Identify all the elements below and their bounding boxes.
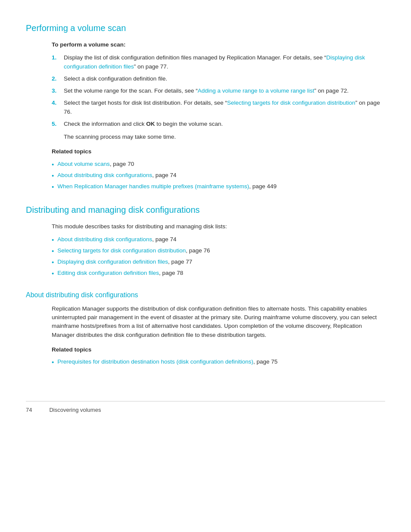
step-1: 1. Display the list of disk configuratio… bbox=[52, 53, 385, 71]
link-adding-volume-range[interactable]: Adding a volume range to a volume range … bbox=[198, 87, 314, 94]
step-num-1: 1. bbox=[52, 53, 61, 62]
procedure-label: To perform a volume scan: bbox=[52, 40, 385, 49]
step-4-text: Select the target hosts for disk list di… bbox=[64, 99, 385, 116]
step-num-3: 3. bbox=[52, 87, 61, 95]
link-selecting-targets-2[interactable]: Selecting targets for disk configuration… bbox=[57, 246, 186, 255]
related-topic-item-2: About distributing disk configurations, … bbox=[52, 171, 385, 180]
link-editing-disk-config-files[interactable]: Editing disk configuration definition fi… bbox=[57, 269, 159, 277]
step-2-text: Select a disk configuration definition f… bbox=[64, 75, 167, 83]
related-topics-list-1: About volume scans, page 70 About distri… bbox=[52, 160, 385, 191]
step5-note: The scanning process may take some time. bbox=[64, 133, 385, 141]
section2-heading: Distributing and managing disk configura… bbox=[26, 203, 385, 216]
link-selecting-targets[interactable]: Selecting targets for disk configuration… bbox=[227, 100, 355, 106]
step-1-text: Display the list of disk configuration d… bbox=[64, 53, 385, 71]
footer-page-number: 74 bbox=[26, 406, 32, 414]
related-topics-label-1: Related topics bbox=[52, 147, 385, 156]
section2-intro: This module describes tasks for distribu… bbox=[52, 222, 385, 231]
link-prerequisites-distribution[interactable]: Prerequisites for distribution destinati… bbox=[57, 358, 253, 366]
related-topics-list-2: Prerequisites for distribution destinati… bbox=[52, 358, 385, 367]
section2-item-1: About distributing disk configurations, … bbox=[52, 235, 385, 244]
step-num-5: 5. bbox=[52, 120, 61, 128]
section2-items-list: About distributing disk configurations, … bbox=[52, 235, 385, 278]
section2-item-4: Editing disk configuration definition fi… bbox=[52, 269, 385, 278]
link-about-distributing-disk-configs[interactable]: About distributing disk configurations bbox=[57, 171, 152, 180]
step-num-4: 4. bbox=[52, 99, 61, 107]
related-topic-item-prereq: Prerequisites for distribution destinati… bbox=[52, 358, 385, 367]
step-2: 2. Select a disk configuration definitio… bbox=[52, 75, 385, 83]
link-about-volume-scans[interactable]: About volume scans bbox=[57, 160, 110, 168]
section2-item-3: Displaying disk configuration definition… bbox=[52, 258, 385, 267]
footer: 74 Discovering volumes bbox=[26, 401, 385, 414]
section3-heading: About distributing disk configurations bbox=[26, 290, 385, 300]
section1-heading: Performing a volume scan bbox=[26, 22, 385, 34]
link-about-distributing-disk-configs-2[interactable]: About distributing disk configurations bbox=[57, 235, 152, 244]
related-topic-item-1: About volume scans, page 70 bbox=[52, 160, 385, 169]
steps-list: 1. Display the list of disk configuratio… bbox=[52, 53, 385, 128]
step-num-2: 2. bbox=[52, 75, 61, 83]
step-4: 4. Select the target hosts for disk list… bbox=[52, 99, 385, 116]
footer-section-title: Discovering volumes bbox=[49, 406, 101, 414]
section3-body: Replication Manager supports the distrib… bbox=[52, 305, 385, 339]
step-3: 3. Set the volume range for the scan. Fo… bbox=[52, 87, 385, 95]
related-topic-item-3: When Replication Manager handles multipl… bbox=[52, 182, 385, 191]
step-3-text: Set the volume range for the scan. For d… bbox=[64, 87, 349, 95]
step-5-text: Check the information and click OK to be… bbox=[64, 120, 223, 128]
related-topics-label-2: Related topics bbox=[52, 345, 385, 354]
link-displaying-disk-config-files-2[interactable]: Displaying disk configuration definition… bbox=[57, 258, 168, 266]
step-5: 5. Check the information and click OK to… bbox=[52, 120, 385, 128]
section2-item-2: Selecting targets for disk configuration… bbox=[52, 246, 385, 255]
link-replication-manager-multiple-prefixes[interactable]: When Replication Manager handles multipl… bbox=[57, 182, 249, 191]
